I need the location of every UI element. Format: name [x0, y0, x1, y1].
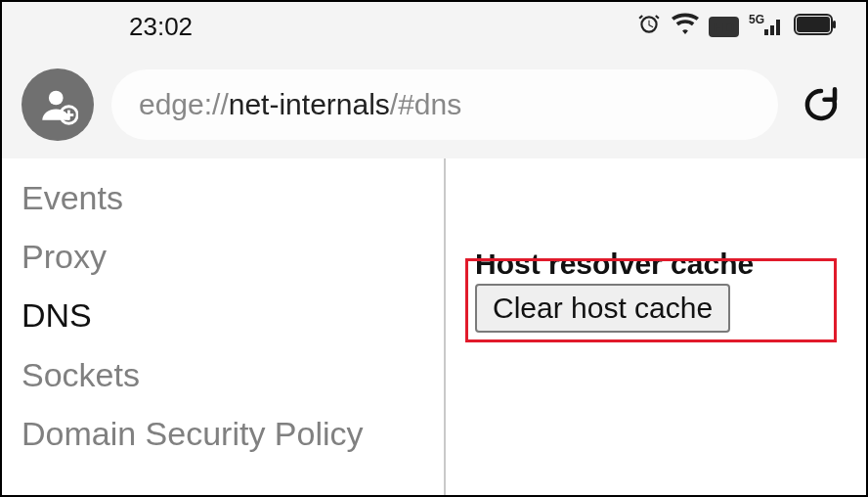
battery-icon — [794, 14, 837, 39]
main-panel: Host resolver cache Clear host cache — [446, 158, 866, 495]
svg-point-8 — [49, 91, 64, 106]
signal-5g-icon: 5G — [749, 12, 784, 41]
url-host: net-internals — [229, 88, 390, 121]
clear-host-cache-button[interactable]: Clear host cache — [475, 284, 730, 333]
sidebar-item-dns[interactable]: DNS — [22, 286, 444, 344]
url-prefix: edge:// — [139, 88, 229, 121]
status-bar: 23:02 HD 5G — [2, 2, 866, 51]
profile-avatar-button[interactable] — [22, 68, 94, 141]
sidebar-item-proxy[interactable]: Proxy — [22, 227, 444, 286]
wifi-icon — [672, 13, 699, 40]
svg-text:5G: 5G — [749, 13, 764, 26]
svg-rect-2 — [770, 25, 774, 35]
svg-rect-7 — [833, 21, 836, 28]
status-icons: HD 5G — [636, 12, 837, 41]
svg-rect-3 — [776, 20, 780, 35]
svg-rect-6 — [797, 17, 830, 32]
hd-icon: HD — [709, 17, 739, 37]
url-suffix: /#dns — [390, 88, 461, 121]
status-time: 23:02 — [129, 12, 193, 42]
sidebar: Events Proxy DNS Sockets Domain Security… — [2, 158, 446, 495]
alarm-icon — [636, 12, 662, 41]
address-bar[interactable]: edge://net-internals/#dns — [111, 69, 778, 140]
svg-rect-1 — [764, 29, 768, 35]
sidebar-item-events[interactable]: Events — [22, 168, 444, 227]
browser-toolbar: edge://net-internals/#dns — [2, 51, 866, 158]
page-content: Events Proxy DNS Sockets Domain Security… — [2, 158, 866, 495]
reload-button[interactable] — [796, 79, 846, 130]
device-frame: 23:02 HD 5G — [0, 0, 868, 497]
sidebar-item-sockets[interactable]: Sockets — [22, 345, 444, 404]
section-title: Host resolver cache — [475, 248, 754, 281]
sidebar-item-domain-security-policy[interactable]: Domain Security Policy — [22, 404, 444, 463]
